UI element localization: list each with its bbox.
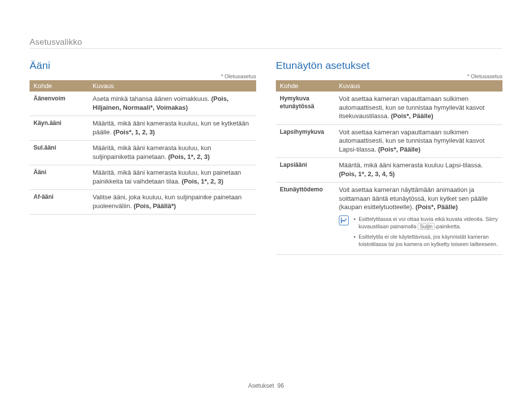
note-block: Esittelytilassa ei voi ottaa kuvia eikä …: [339, 216, 499, 250]
section-title-aani: Ääni: [30, 60, 256, 71]
row-desc: Määritä, mikä ääni kamerasta kuuluu Laps…: [335, 158, 502, 183]
table-row: Äänenvoim Aseta minkä tahansa äänen voim…: [30, 92, 256, 116]
table-row: Lapsihymykuva Voit asettaa kameran vapau…: [276, 124, 502, 158]
row-label: Lapsiääni: [276, 158, 335, 183]
page-number: 96: [277, 382, 284, 389]
row-desc: Aseta minkä tahansa äänen voimakkuus. (P…: [89, 92, 256, 116]
col-header-kohde: Kohde: [30, 80, 89, 92]
row-desc: Voit asettaa kameran vapauttamaan sulkim…: [335, 124, 502, 158]
row-label: Af-ääni: [30, 190, 89, 215]
breadcrumb: Asetusvalikko: [30, 37, 502, 49]
table-row: Ääni Määritä, mikä ääni kamerasta kuuluu…: [30, 165, 256, 190]
row-label: Etunäyttödemo: [276, 183, 335, 255]
row-label: Äänenvoim: [30, 92, 89, 116]
col-header-kuvaus: Kuvaus: [89, 80, 256, 92]
col-header-kuvaus: Kuvaus: [335, 80, 502, 92]
row-label: Käyn.ääni: [30, 116, 89, 141]
row-label: Lapsihymykuva: [276, 124, 335, 158]
note-item: Esittelytila ei ole käytettävissä, jos k…: [354, 233, 499, 248]
row-label: Ääni: [30, 165, 89, 190]
note-text: Esittelytilassa ei voi ottaa kuvia eikä …: [354, 216, 499, 250]
button-label-suljin: Suljin: [418, 223, 434, 230]
page-footer: Asetukset 96: [0, 382, 532, 389]
col-header-kohde: Kohde: [276, 80, 335, 92]
footer-section: Asetukset: [248, 382, 274, 389]
table-row: Sul.ääni Määritä, mikä ääni kamerasta ku…: [30, 141, 256, 165]
row-desc: Voit asettaa kameran näyttämään animaati…: [335, 183, 502, 255]
default-note-right: * Oletusasetus: [276, 73, 502, 79]
note-item: Esittelytilassa ei voi ottaa kuvia eikä …: [354, 216, 499, 230]
row-desc: Voit asettaa kameran vapauttamaan sulkim…: [335, 92, 502, 124]
row-desc: Määritä, mikä ääni kamerasta kuuluu, kun…: [89, 116, 256, 141]
page-content: Asetusvalikko Ääni * Oletusasetus Kohde …: [0, 0, 532, 255]
table-row: Käyn.ääni Määritä, mikä ääni kamerasta k…: [30, 116, 256, 141]
row-label: Sul.ääni: [30, 141, 89, 165]
column-aani: Ääni * Oletusasetus Kohde Kuvaus Äänenvo…: [30, 60, 256, 255]
row-label: Hymykuva etunäytössä: [276, 92, 335, 124]
table-row: Af-ääni Valitse ääni, joka kuuluu, kun s…: [30, 190, 256, 215]
table-row-etunayttodemo: Etunäyttödemo Voit asettaa kameran näytt…: [276, 183, 502, 255]
row-desc: Määritä, mikä ääni kamerasta kuuluu, kun…: [89, 165, 256, 190]
column-etunaytto: Etunäytön asetukset * Oletusasetus Kohde…: [276, 60, 502, 255]
note-icon: [339, 216, 349, 225]
default-note-left: * Oletusasetus: [30, 73, 256, 79]
table-row: Lapsiääni Määritä, mikä ääni kamerasta k…: [276, 158, 502, 183]
table-etunaytto: Kohde Kuvaus Hymykuva etunäytössä Voit a…: [276, 80, 502, 255]
columns-wrapper: Ääni * Oletusasetus Kohde Kuvaus Äänenvo…: [30, 60, 502, 255]
row-desc: Valitse ääni, joka kuuluu, kun suljinpai…: [89, 190, 256, 215]
row-desc: Määritä, mikä ääni kamerasta kuuluu, kun…: [89, 141, 256, 165]
table-aani: Kohde Kuvaus Äänenvoim Aseta minkä tahan…: [30, 80, 256, 215]
section-title-etunaytto: Etunäytön asetukset: [276, 60, 502, 71]
table-row: Hymykuva etunäytössä Voit asettaa kamera…: [276, 92, 502, 124]
